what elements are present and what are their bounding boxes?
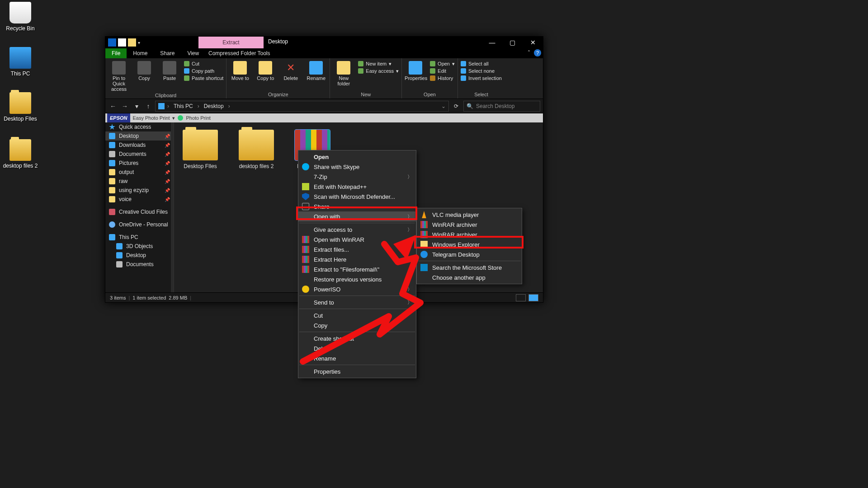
sidebar-item-documents[interactable]: Documents 📌 [105, 150, 174, 159]
sidebar-item-desktop[interactable]: Desktop [105, 251, 174, 260]
pin-to-quick-access-button[interactable]: Pin to Quick access [108, 60, 130, 92]
menu-item-extract-files-[interactable]: Extract files... [298, 244, 416, 254]
menu-item-extract-here[interactable]: Extract Here [298, 254, 416, 264]
photo-print-button[interactable]: Photo Print [186, 115, 210, 121]
menu-item-give-access-to[interactable]: Give access to〉 [298, 225, 416, 235]
sidebar-item-quick-access[interactable]: Quick access [105, 122, 174, 131]
sidebar-item-creative-cloud-files[interactable]: Creative Cloud Files [105, 207, 174, 216]
menu-item-open-with[interactable]: Open with〉 [298, 211, 416, 221]
qat-dropdown-icon[interactable]: ▾ [138, 40, 140, 45]
sidebar-item-documents[interactable]: Documents [105, 260, 174, 269]
sidebar-item-raw[interactable]: raw 📌 [105, 177, 174, 186]
breadcrumb-segment[interactable]: This PC [172, 103, 195, 109]
sidebar-item-downloads[interactable]: Downloads 📌 [105, 141, 174, 150]
edit-button[interactable]: Edit [430, 67, 455, 75]
back-button[interactable]: ← [108, 101, 118, 111]
menu-item-extract-to-filesforemail-[interactable]: Extract to "Filesforemail\" [298, 264, 416, 274]
menu-item-windows-explorer[interactable]: Windows Explorer [417, 239, 522, 249]
menu-item-search-the-microsoft-store[interactable]: Search the Microsoft Store [417, 263, 522, 272]
cut-button[interactable]: Cut [184, 60, 223, 67]
qat-explorer-icon[interactable] [108, 38, 116, 47]
copy-to-button[interactable]: Copy to [255, 60, 276, 81]
sidebar-item-onedrive---personal[interactable]: OneDrive - Personal [105, 220, 174, 229]
menu-item-send-to[interactable]: Send to〉 [298, 297, 416, 307]
menu-item-cut[interactable]: Cut [298, 310, 416, 320]
menu-item-delete[interactable]: Delete [298, 343, 416, 353]
new-folder-button[interactable]: New folder [333, 60, 354, 86]
menu-item-copy[interactable]: Copy [298, 320, 416, 330]
menu-item-open[interactable]: Open [298, 152, 416, 162]
recent-dropdown-icon[interactable]: ▾ [132, 101, 142, 111]
qat-btn[interactable] [118, 38, 126, 47]
rename-button[interactable]: Rename [305, 60, 327, 81]
tab-home[interactable]: Home [127, 48, 154, 58]
paste-shortcut-button[interactable]: Paste shortcut [184, 75, 223, 82]
sidebar-item-this-pc[interactable]: This PC [105, 233, 174, 242]
menu-item-winrar-archiver[interactable]: WinRAR archiver [417, 220, 522, 230]
address-bar[interactable]: › This PC › Desktop › ⌄ [155, 101, 449, 112]
menu-item-create-shortcut[interactable]: Create shortcut [298, 333, 416, 343]
breadcrumb-segment[interactable]: Desktop [202, 103, 226, 109]
desktop-icon-recycle-bin[interactable]: Recycle Bin [3, 2, 38, 32]
menu-item-edit-with-notepad-[interactable]: Edit with Notepad++ [298, 182, 416, 192]
desktop-icon-this-pc[interactable]: This PC [3, 47, 38, 77]
help-icon[interactable]: ? [534, 49, 541, 56]
menu-item-7-zip[interactable]: 7-Zip〉 [298, 172, 416, 182]
tab-file[interactable]: File [105, 48, 127, 58]
file-item-desktop-files[interactable]: Desktop FIles [178, 130, 223, 169]
up-button[interactable]: ↑ [143, 101, 153, 111]
delete-button[interactable]: Delete [280, 60, 302, 81]
ribbon-collapse-icon[interactable]: ˄ [528, 50, 530, 56]
select-all-button[interactable]: Select all [461, 60, 502, 67]
contextual-tab-extract[interactable]: Extract [198, 37, 264, 48]
open-button[interactable]: Open ▾ [430, 60, 455, 67]
desktop-icon-desktop-files[interactable]: Desktop FIles [3, 92, 38, 122]
menu-item-scan-with-microsoft-defender-[interactable]: Scan with Microsoft Defender... [298, 192, 416, 202]
sidebar-item-desktop[interactable]: Desktop 📌 [105, 131, 174, 141]
scrollbar[interactable] [171, 122, 174, 292]
maximize-button[interactable]: ▢ [502, 37, 523, 48]
qat-btn[interactable] [128, 38, 136, 47]
sidebar-item-using-ezyzip[interactable]: using ezyzip 📌 [105, 186, 174, 195]
menu-item-winrar-archiver[interactable]: WinRAR archiver [417, 230, 522, 239]
menu-item-poweriso[interactable]: PowerISO〉 [298, 284, 416, 294]
menu-item-vlc-media-player[interactable]: VLC media player [417, 210, 522, 220]
search-input[interactable]: 🔍 Search Desktop [463, 101, 540, 112]
file-item-desktop-files-2[interactable]: desktop files 2 [234, 130, 279, 169]
copy-path-button[interactable]: Copy path [184, 67, 223, 75]
sidebar-item-pictures[interactable]: Pictures 📌 [105, 159, 174, 168]
select-none-button[interactable]: Select none [461, 67, 502, 75]
details-view-button[interactable] [516, 294, 526, 301]
menu-item-open-with-winrar[interactable]: Open with WinRAR [298, 235, 416, 244]
sidebar-item-output[interactable]: output 📌 [105, 168, 174, 177]
minimize-button[interactable]: — [482, 37, 502, 48]
copy-button[interactable]: Copy [133, 60, 155, 92]
menu-item-rename[interactable]: Rename [298, 353, 416, 363]
refresh-button[interactable]: ⟳ [451, 103, 462, 109]
paste-button[interactable]: Paste [159, 60, 180, 92]
new-item-button[interactable]: New item ▾ [358, 60, 399, 67]
menu-item-choose-another-app[interactable]: Choose another app [417, 272, 522, 282]
forward-button[interactable]: → [120, 101, 130, 111]
close-button[interactable]: ✕ [523, 37, 543, 48]
invert-selection-button[interactable]: Invert selection [461, 75, 502, 82]
address-dropdown-icon[interactable]: ⌄ [441, 103, 446, 109]
sidebar-item-voice[interactable]: voice 📌 [105, 195, 174, 204]
move-to-button[interactable]: Move to [229, 60, 251, 81]
desktop-icon-desktop-files-2[interactable]: desktop files 2 [3, 139, 38, 169]
menu-item-share[interactable]: Share [298, 202, 416, 211]
icons-view-button[interactable] [528, 294, 538, 301]
menu-item-restore-previous-versions[interactable]: Restore previous versions [298, 274, 416, 284]
tab-view[interactable]: View [181, 48, 205, 58]
easy-access-button[interactable]: Easy access ▾ [358, 67, 399, 75]
tab-share[interactable]: Share [154, 48, 181, 58]
tab-compressed-folder-tools[interactable]: Compressed Folder Tools [204, 48, 275, 58]
menu-item-properties[interactable]: Properties [298, 366, 416, 376]
navigation-pane[interactable]: Quick access Desktop 📌 Downloads 📌 Docum… [105, 122, 174, 292]
easy-photo-print-button[interactable]: Easy Photo Print [133, 115, 170, 121]
menu-item-share-with-skype[interactable]: Share with Skype [298, 162, 416, 172]
properties-button[interactable]: Properties [405, 60, 426, 82]
sidebar-item-3d-objects[interactable]: 3D Objects [105, 242, 174, 251]
history-button[interactable]: History [430, 75, 455, 82]
menu-item-telegram-desktop[interactable]: Telegram Desktop [417, 249, 522, 259]
